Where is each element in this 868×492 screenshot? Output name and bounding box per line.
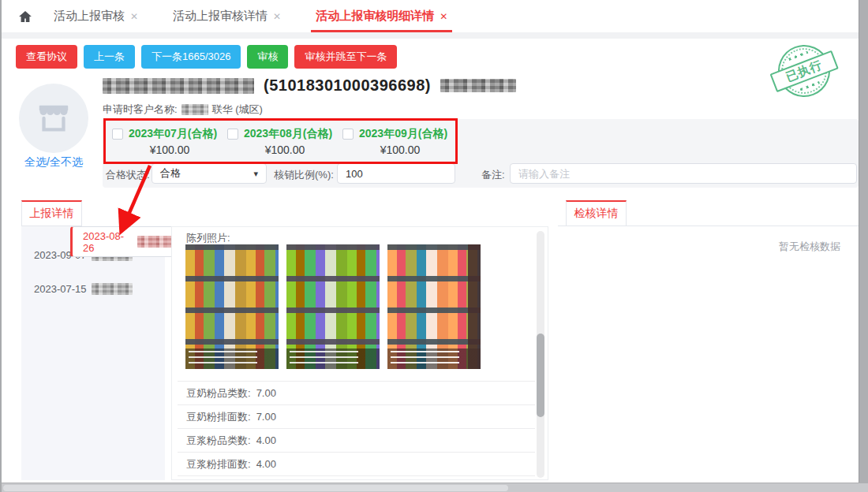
shelf-photo-1[interactable] bbox=[185, 244, 279, 369]
report-date-list: 2023-09-07 2023-08-26 2023-07-15 bbox=[21, 226, 165, 480]
censored-client-prefix bbox=[181, 104, 208, 115]
metric-value: 7.00 bbox=[256, 411, 276, 423]
metric-label: 豆浆粉品类数: bbox=[186, 434, 251, 448]
month-amount: ¥100.00 bbox=[227, 144, 342, 156]
metric-label: 豆奶粉品类数: bbox=[186, 386, 251, 401]
metric-row: 豆奶粉品类数: 7.00 bbox=[178, 381, 535, 404]
next-item-button[interactable]: 下一条1665/3026 bbox=[141, 45, 241, 69]
client-name-label: 申请时客户名称: bbox=[103, 102, 178, 117]
stamp-dots-bottom bbox=[800, 81, 820, 91]
ratio-label: 核销比例(%): bbox=[274, 168, 334, 182]
horizontal-scrollbar-thumb[interactable] bbox=[3, 485, 508, 491]
month-checkbox[interactable] bbox=[342, 129, 354, 140]
close-icon[interactable]: ✕ bbox=[273, 11, 281, 22]
audit-form-row: 合格状态: 合格 ▾ 核销比例(%): 备注: bbox=[103, 163, 859, 184]
status-select-value: 合格 bbox=[160, 166, 181, 181]
display-photos-label: 陈列照片: bbox=[186, 231, 230, 245]
tab-label: 活动上报审核明细详情 bbox=[316, 9, 434, 24]
previous-item-button[interactable]: 上一条 bbox=[84, 45, 135, 69]
home-icon[interactable] bbox=[17, 9, 33, 24]
tabbar-divider bbox=[2, 32, 859, 39]
status-label: 合格状态: bbox=[106, 168, 150, 182]
no-check-data-text: 暂无检核数据 bbox=[779, 240, 840, 254]
audit-button[interactable]: 审核 bbox=[247, 45, 288, 69]
month-checkbox-row: 2023年07月(合格) ¥100.00 2023年08月(合格) ¥100.0… bbox=[103, 119, 859, 156]
month-item: 2023年08月(合格) ¥100.00 bbox=[227, 127, 342, 156]
app-window: 活动上报审核 ✕ 活动上报审核详情 ✕ 活动上报审核明细详情 ✕ 查看协议 上一… bbox=[0, 0, 868, 492]
client-name-value: 联华 (城区) bbox=[212, 102, 263, 117]
tab-label: 活动上报审核 bbox=[54, 9, 125, 24]
tab-activity-report-audit-detail[interactable]: 活动上报审核详情 ✕ bbox=[173, 0, 281, 32]
stamp-text: 已执行 bbox=[769, 50, 838, 92]
close-icon[interactable]: ✕ bbox=[130, 11, 138, 22]
close-icon[interactable]: ✕ bbox=[440, 11, 447, 22]
ratio-input[interactable] bbox=[337, 163, 455, 184]
date-text: 2023-07-15 bbox=[34, 283, 87, 295]
month-label: 2023年09月(合格) bbox=[359, 127, 447, 141]
view-agreement-button[interactable]: 查看协议 bbox=[16, 45, 77, 69]
panel-scrollbar-thumb[interactable] bbox=[537, 334, 544, 417]
metric-row: 豆奶粉排面数: 7.00 bbox=[178, 404, 535, 428]
month-item: 2023年07月(合格) ¥100.00 bbox=[112, 127, 227, 156]
executed-stamp: 已执行 bbox=[770, 37, 837, 104]
censored-title-suffix bbox=[440, 79, 516, 92]
shelf-photo-3[interactable] bbox=[387, 244, 481, 369]
metric-row: 豆浆粉排面数: 4.00 bbox=[178, 452, 535, 475]
remark-label: 备注: bbox=[481, 168, 505, 182]
censored-store-name bbox=[103, 78, 254, 94]
remark-input[interactable] bbox=[510, 163, 857, 184]
censored-reporter-name bbox=[92, 283, 133, 295]
metric-list: 豆奶粉品类数: 7.00 豆奶粉排面数: 7.00 豆浆粉品类数: 4.00 豆… bbox=[178, 381, 535, 480]
month-amount: ¥100.00 bbox=[342, 144, 458, 156]
month-amount: ¥100.00 bbox=[112, 144, 227, 156]
client-name-row: 申请时客户名称: 联华 (城区) bbox=[103, 102, 263, 117]
window-right-scrollbar[interactable] bbox=[859, 0, 868, 483]
list-item-date-selected[interactable]: 2023-08-26 bbox=[70, 226, 185, 257]
month-label: 2023年08月(合格) bbox=[244, 127, 332, 141]
tab-label: 活动上报审核详情 bbox=[173, 9, 268, 24]
store-avatar bbox=[19, 84, 88, 153]
shelf-photo-2[interactable] bbox=[286, 244, 380, 369]
month-item: 2023年09月(合格) ¥100.00 bbox=[342, 127, 458, 156]
metric-row-partial bbox=[178, 475, 535, 480]
photo-gallery bbox=[185, 244, 481, 369]
metric-label: 豆奶粉排面数: bbox=[186, 410, 251, 424]
metric-value: 7.00 bbox=[256, 387, 276, 399]
storefront-icon bbox=[36, 100, 72, 136]
horizontal-scrollbar[interactable] bbox=[2, 483, 868, 492]
panel-scrollbar-track[interactable] bbox=[537, 231, 544, 478]
stamp-outer-ring bbox=[770, 37, 837, 104]
month-checkbox[interactable] bbox=[227, 129, 238, 140]
toolbar: 查看协议 上一条 下一条1665/3026 审核 审核并跳至下一条 bbox=[16, 45, 397, 69]
tab-check-detail[interactable]: 检核详情 bbox=[566, 200, 627, 226]
metric-value: 4.00 bbox=[256, 458, 276, 470]
top-tab-bar: 活动上报审核 ✕ 活动上报审核详情 ✕ 活动上报审核明细详情 ✕ bbox=[2, 0, 859, 32]
tab-activity-report-audit-item-detail[interactable]: 活动上报审核明细详情 ✕ bbox=[316, 0, 447, 32]
list-item-date[interactable]: 2023-07-15 bbox=[21, 274, 165, 304]
chevron-down-icon: ▾ bbox=[253, 169, 258, 179]
month-label: 2023年07月(合格) bbox=[129, 127, 217, 141]
stamp-dots-top bbox=[788, 51, 808, 61]
status-select[interactable]: 合格 ▾ bbox=[152, 163, 267, 184]
tab-report-detail[interactable]: 上报详情 bbox=[21, 200, 82, 226]
audit-form-panel: 2023年07月(合格) ¥100.00 2023年08月(合格) ¥100.0… bbox=[103, 119, 859, 188]
date-text: 2023-08-26 bbox=[83, 230, 133, 254]
stamp-dotted-ring bbox=[775, 42, 834, 101]
detail-title: (51018301000396698) bbox=[103, 76, 516, 95]
metric-value: 4.00 bbox=[256, 434, 276, 446]
store-code: (51018301000396698) bbox=[264, 76, 431, 95]
metric-row: 豆浆粉品类数: 4.00 bbox=[178, 428, 535, 452]
select-all-link[interactable]: 全选/全不选 bbox=[16, 155, 92, 170]
audit-and-next-button[interactable]: 审核并跳至下一条 bbox=[294, 45, 397, 69]
report-detail-panel: 陈列照片: 豆奶粉品类数: 7.00 豆奶粉排面数: 7.00 豆浆粉品类数: … bbox=[171, 226, 548, 480]
month-checkbox[interactable] bbox=[112, 129, 123, 140]
metric-label: 豆浆粉排面数: bbox=[186, 457, 251, 472]
tab-activity-report-audit[interactable]: 活动上报审核 ✕ bbox=[54, 0, 138, 32]
